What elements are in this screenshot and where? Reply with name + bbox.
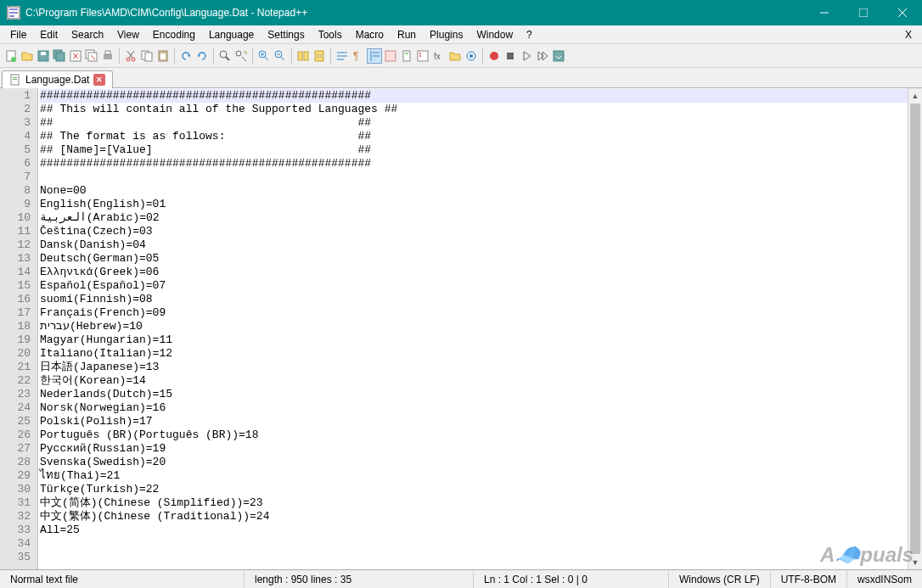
svg-rect-11 bbox=[41, 52, 46, 55]
menu-macro[interactable]: Macro bbox=[349, 27, 391, 42]
find-icon[interactable] bbox=[217, 48, 233, 64]
svg-point-9 bbox=[11, 57, 16, 62]
paste-icon[interactable] bbox=[155, 48, 171, 64]
svg-rect-13 bbox=[56, 53, 65, 61]
allchars-icon[interactable]: ¶ bbox=[351, 48, 366, 64]
status-length: length : 950 lines : 35 bbox=[245, 570, 474, 588]
svg-rect-29 bbox=[160, 53, 166, 59]
menu-search[interactable]: Search bbox=[65, 27, 110, 42]
print-icon[interactable] bbox=[100, 48, 115, 64]
doc-list-icon[interactable] bbox=[415, 48, 430, 64]
close-all-icon[interactable] bbox=[84, 48, 99, 64]
save-icon[interactable] bbox=[36, 48, 51, 64]
separator-icon bbox=[213, 48, 214, 64]
open-file-icon[interactable] bbox=[20, 48, 35, 64]
play-multi-icon[interactable] bbox=[535, 48, 550, 64]
svg-rect-54 bbox=[418, 51, 428, 61]
status-ins[interactable]: wsxdINSom bbox=[847, 570, 922, 588]
svg-point-60 bbox=[490, 52, 498, 60]
code-area[interactable]: ########################################… bbox=[38, 88, 922, 569]
zoom-out-icon[interactable] bbox=[273, 48, 288, 64]
menu-window[interactable]: Window bbox=[469, 27, 520, 42]
stop-icon[interactable] bbox=[503, 48, 518, 64]
menubar: File Edit Search View Encoding Language … bbox=[0, 25, 922, 44]
save-macro-icon[interactable] bbox=[551, 48, 566, 64]
svg-rect-53 bbox=[405, 53, 408, 54]
vertical-scrollbar[interactable]: ▲ ▼ bbox=[908, 88, 922, 569]
menu-encoding[interactable]: Encoding bbox=[146, 27, 202, 42]
svg-line-36 bbox=[265, 57, 268, 60]
line-gutter: 1234567891011121314151617181920212223242… bbox=[0, 88, 38, 569]
svg-rect-27 bbox=[145, 53, 152, 61]
window-buttons bbox=[805, 0, 922, 25]
tab-language-dat[interactable]: Language.Dat ✕ bbox=[2, 70, 113, 88]
svg-point-56 bbox=[419, 55, 421, 57]
tabbar: Language.Dat ✕ bbox=[0, 68, 922, 88]
svg-point-32 bbox=[236, 51, 241, 56]
scroll-down-icon[interactable]: ▼ bbox=[908, 555, 922, 569]
file-icon bbox=[9, 74, 21, 86]
menu-file[interactable]: File bbox=[3, 27, 33, 42]
scroll-thumb[interactable] bbox=[910, 104, 920, 554]
save-all-icon[interactable] bbox=[52, 48, 67, 64]
status-position: Ln : 1 Col : 1 Sel : 0 | 0 bbox=[474, 570, 669, 588]
undo-icon[interactable] bbox=[178, 48, 194, 64]
funclist-icon[interactable]: fx bbox=[431, 48, 447, 64]
separator-icon bbox=[119, 48, 120, 64]
menu-settings[interactable]: Settings bbox=[261, 27, 311, 42]
doc-map-icon[interactable] bbox=[399, 48, 414, 64]
menu-close-doc[interactable]: X bbox=[898, 29, 919, 41]
cut-icon[interactable] bbox=[123, 48, 138, 64]
wordwrap-icon[interactable] bbox=[335, 48, 350, 64]
close-file-icon[interactable] bbox=[68, 48, 83, 64]
svg-rect-3 bbox=[9, 15, 14, 17]
menu-view[interactable]: View bbox=[110, 27, 146, 42]
svg-point-24 bbox=[126, 58, 130, 61]
svg-text:¶: ¶ bbox=[353, 50, 358, 62]
maximize-button[interactable] bbox=[844, 0, 883, 25]
record-icon[interactable] bbox=[486, 48, 502, 64]
menu-run[interactable]: Run bbox=[391, 27, 423, 42]
svg-rect-20 bbox=[104, 54, 112, 59]
separator-icon bbox=[330, 48, 331, 64]
redo-icon[interactable] bbox=[194, 48, 210, 64]
statusbar: Normal text file length : 950 lines : 35… bbox=[0, 569, 922, 588]
menu-help[interactable]: ? bbox=[520, 27, 539, 42]
play-icon[interactable] bbox=[519, 48, 534, 64]
scroll-up-icon[interactable]: ▲ bbox=[908, 88, 922, 103]
zoom-in-icon[interactable] bbox=[256, 48, 272, 64]
menu-language[interactable]: Language bbox=[202, 27, 261, 42]
copy-icon[interactable] bbox=[139, 48, 155, 64]
menu-edit[interactable]: Edit bbox=[33, 27, 65, 42]
svg-rect-65 bbox=[13, 79, 17, 80]
minimize-button[interactable] bbox=[805, 0, 844, 25]
svg-rect-1 bbox=[9, 8, 18, 10]
editor: 1234567891011121314151617181920212223242… bbox=[0, 88, 922, 569]
status-filetype: Normal text file bbox=[0, 570, 245, 588]
sync-h-icon[interactable] bbox=[312, 48, 327, 64]
userlang-icon[interactable] bbox=[383, 48, 398, 64]
separator-icon bbox=[252, 48, 253, 64]
new-file-icon[interactable] bbox=[3, 48, 19, 64]
menu-plugins[interactable]: Plugins bbox=[423, 27, 469, 42]
svg-rect-41 bbox=[304, 52, 308, 60]
folder-panel-icon[interactable] bbox=[447, 48, 463, 64]
svg-rect-5 bbox=[859, 8, 868, 17]
tab-close-icon[interactable]: ✕ bbox=[93, 74, 105, 86]
separator-icon bbox=[291, 48, 292, 64]
status-eol[interactable]: Windows (CR LF) bbox=[669, 570, 771, 588]
monitor-icon[interactable] bbox=[464, 48, 479, 64]
svg-rect-43 bbox=[315, 57, 323, 61]
svg-point-25 bbox=[132, 58, 135, 61]
separator-icon bbox=[174, 48, 175, 64]
close-button[interactable] bbox=[883, 0, 922, 25]
sync-v-icon[interactable] bbox=[295, 48, 311, 64]
replace-icon[interactable] bbox=[233, 48, 249, 64]
svg-point-30 bbox=[220, 51, 227, 58]
svg-rect-52 bbox=[403, 51, 410, 61]
svg-point-59 bbox=[469, 54, 473, 58]
status-encoding[interactable]: UTF-8-BOM bbox=[771, 570, 847, 588]
menu-tools[interactable]: Tools bbox=[312, 27, 349, 42]
indent-guide-icon[interactable] bbox=[367, 48, 382, 64]
svg-rect-2 bbox=[9, 12, 18, 14]
